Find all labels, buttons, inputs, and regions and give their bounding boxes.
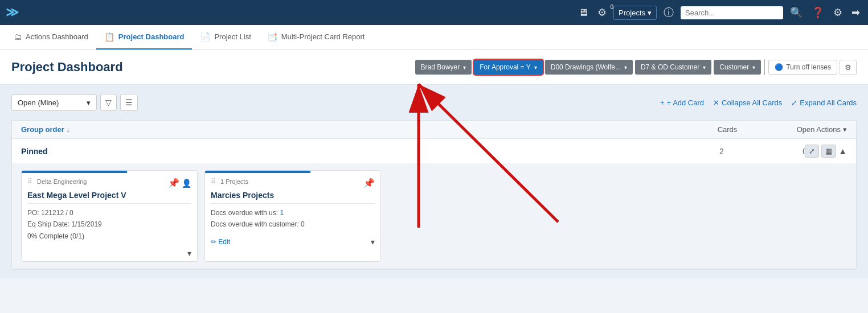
group-name-pinned: Pinned xyxy=(21,147,693,156)
filter-icon-button[interactable]: ▽ xyxy=(100,94,117,111)
group-action-icons: ⤢ ▦ ▲ xyxy=(807,145,847,158)
card-divider-1 xyxy=(27,203,191,204)
filter-d7-caret: ▾ xyxy=(703,64,706,71)
company-name-1: Delta Engineering xyxy=(37,178,87,185)
card-divider-2 xyxy=(211,203,375,204)
card-expand-button-1[interactable]: ▾ xyxy=(187,249,191,258)
group-name-row: Pinned 2 0 ⤢ ▦ ▲ xyxy=(12,139,856,163)
tab-bar: 🗂 Actions Dashboard 📋 Project Dashboard … xyxy=(0,25,868,50)
nav-left: ≫ xyxy=(6,5,27,20)
card-body-1: ⠿ Delta Engineering 📌 👤 East Mega Level … xyxy=(22,173,197,246)
monitor-icon[interactable]: 🖥 xyxy=(576,5,591,21)
status-dropdown[interactable]: Open (Mine) ▾ xyxy=(11,94,97,111)
list-view-button[interactable]: ☰ xyxy=(120,94,138,111)
filter-d7-label: D7 & OD Customer xyxy=(641,63,699,71)
card-footer-1: ▾ xyxy=(22,246,197,261)
add-card-button[interactable]: + + Add Card xyxy=(660,98,704,107)
card-marcies-projects: ⠿ 1 Projects 📌 Marcies Projects Docs xyxy=(204,170,381,262)
search-input[interactable] xyxy=(681,6,783,19)
settings-icon[interactable]: ⚙ xyxy=(595,5,609,20)
projects-label: Projects xyxy=(619,9,645,17)
filter-customer[interactable]: Customer ▾ xyxy=(714,60,761,75)
card-title-1: East Mega Level Project V xyxy=(27,191,191,200)
tab-project-label: Project Dashboard xyxy=(118,32,185,41)
collapse-group-button[interactable]: ▲ xyxy=(838,146,847,156)
tab-multi-label: Multi-Project Card Report xyxy=(281,32,365,41)
group-cards-count: 2 xyxy=(693,147,750,156)
filter-d00-caret: ▾ xyxy=(624,64,627,71)
top-nav: ≫ 🖥 ⚙ 0 Projects ▾ ⓘ 🔍 ❓ ⚙ ➡ xyxy=(0,0,868,25)
drag-icon-2: ⠿ xyxy=(211,178,216,186)
group-table: Group order ↓ Cards Open Actions ▾ Pinne… xyxy=(11,120,857,270)
funnel-icon: ▽ xyxy=(105,98,112,107)
filter-gear-icon: ⚙ xyxy=(845,63,851,72)
filter-approval-label: For Approval = Y xyxy=(480,63,531,71)
tab-project-dashboard[interactable]: 📋 Project Dashboard xyxy=(96,25,193,50)
docs-overdue-customer: Docs overdue with customer: 0 xyxy=(211,219,375,230)
docs-overdue-us: Docs overdue with us: 1 xyxy=(211,207,375,219)
filter-toolbar: Brad Bowyer ▾ For Approval = Y ▾ D00 Dra… xyxy=(415,59,857,75)
list-icon: ☰ xyxy=(125,98,133,107)
card-info-1: PO: 121212 / 0 Eq Ship Date: 1/15/2019 0… xyxy=(27,207,191,242)
chevron-up-icon: ▲ xyxy=(838,146,847,156)
controls-right: + + Add Card ✕ Collapse All Cards ⤢ Expa… xyxy=(660,98,857,107)
card-company-2: ⠿ 1 Projects xyxy=(211,178,248,186)
tab-actions-dashboard[interactable]: 🗂 Actions Dashboard xyxy=(6,25,96,50)
expand-all-label: Expand All Cards xyxy=(800,98,857,107)
projects-dropdown[interactable]: Projects ▾ xyxy=(613,6,657,20)
tab-multi-project[interactable]: 📑 Multi-Project Card Report xyxy=(259,25,373,50)
info-icon: ⓘ xyxy=(661,3,676,22)
add-card-label: + Add Card xyxy=(667,98,704,107)
pin-icon-1[interactable]: 📌 xyxy=(168,178,179,188)
filter-brad-bowyer[interactable]: Brad Bowyer ▾ xyxy=(415,60,472,75)
help-icon[interactable]: ❓ xyxy=(809,4,826,21)
filter-for-approval[interactable]: For Approval = Y ▾ xyxy=(474,60,543,75)
dashboard-area: Open (Mine) ▾ ▽ ☰ + + Add Card ✕ Collaps… xyxy=(0,85,868,279)
lens-icon: 🔵 xyxy=(775,63,783,71)
status-caret: ▾ xyxy=(87,98,91,107)
card-info-2: Docs overdue with us: 1 Docs overdue wit… xyxy=(211,207,375,230)
filter-separator xyxy=(764,59,765,75)
expand-all-button[interactable]: ⤢ Expand All Cards xyxy=(791,98,857,107)
turn-off-label: Turn off lenses xyxy=(786,63,831,71)
collapse-all-button[interactable]: ✕ Collapse All Cards xyxy=(713,98,782,107)
tab-multi-icon: 📑 xyxy=(267,32,278,42)
edit-button-2[interactable]: ✏ Edit xyxy=(211,238,230,246)
controls-left: Open (Mine) ▾ ▽ ☰ xyxy=(11,94,138,111)
card-title-2: Marcies Projects xyxy=(211,191,375,200)
col-cards-header: Cards xyxy=(699,125,756,134)
card-expand-button-2[interactable]: ▾ xyxy=(371,237,375,246)
nav-right: 🖥 ⚙ 0 Projects ▾ ⓘ 🔍 ❓ ⚙ ➡ xyxy=(576,3,862,22)
card-header-1: ⠿ Delta Engineering 📌 👤 xyxy=(27,178,191,188)
tab-actions-label: Actions Dashboard xyxy=(26,32,88,41)
filter-approval-caret: ▾ xyxy=(534,64,537,71)
turn-off-lenses-button[interactable]: 🔵 Turn off lenses xyxy=(768,60,837,75)
card-footer-2: ✏ Edit ▾ xyxy=(205,235,380,250)
gear-icon[interactable]: ⚙ xyxy=(831,4,845,21)
col-actions-header: Open Actions ▾ xyxy=(756,125,847,134)
status-value: Open (Mine) xyxy=(18,98,59,107)
pin-icon-2[interactable]: 📌 xyxy=(363,178,375,188)
expand-arrows-icon: ⤢ xyxy=(809,147,815,155)
group-pinned: Pinned 2 0 ⤢ ▦ ▲ xyxy=(12,139,856,269)
logo-arrows: ≫ xyxy=(6,5,19,20)
group-table-header: Group order ↓ Cards Open Actions ▾ xyxy=(12,121,856,139)
grid-view-button[interactable]: ▦ xyxy=(821,145,836,158)
card-delta-engineering: ⠿ Delta Engineering 📌 👤 East Mega Level … xyxy=(21,170,198,262)
drag-icon-1: ⠿ xyxy=(27,178,32,186)
expand-icon: ⤢ xyxy=(791,98,797,107)
signout-icon[interactable]: ➡ xyxy=(849,4,862,21)
overdue-us-link[interactable]: 1 xyxy=(280,209,284,217)
search-icon[interactable]: 🔍 xyxy=(788,4,805,21)
expand-group-button[interactable]: ⤢ xyxy=(805,145,819,158)
filter-settings-button[interactable]: ⚙ xyxy=(840,60,857,75)
filter-d00-drawings[interactable]: D00 Drawings (Wolfe... ▾ xyxy=(545,60,633,75)
filter-d7-od[interactable]: D7 & OD Customer ▾ xyxy=(635,60,711,75)
card-body-2: ⠿ 1 Projects 📌 Marcies Projects Docs xyxy=(205,173,380,235)
grid-icon: ▦ xyxy=(825,147,832,155)
tab-project-list[interactable]: 📄 Project List xyxy=(192,25,259,50)
page-header: Project Dashboard Brad Bowyer ▾ For Appr… xyxy=(0,50,868,85)
plus-icon: + xyxy=(660,98,665,107)
card-header-2: ⠿ 1 Projects 📌 xyxy=(211,178,375,188)
controls-row: Open (Mine) ▾ ▽ ☰ + + Add Card ✕ Collaps… xyxy=(11,94,857,111)
